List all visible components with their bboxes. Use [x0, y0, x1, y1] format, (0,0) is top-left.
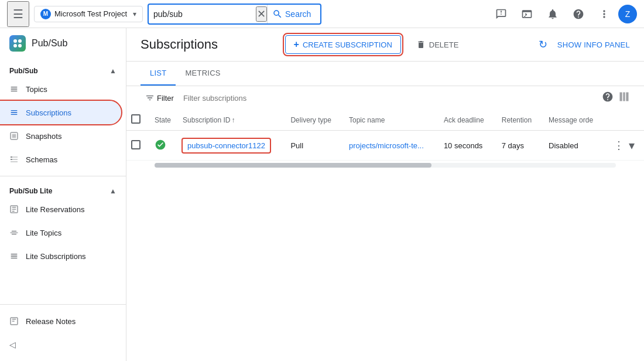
search-input[interactable]	[153, 9, 256, 19]
sidebar-item-release-notes[interactable]: Release Notes	[0, 309, 121, 333]
filter-label: Filter	[157, 94, 174, 103]
header-checkbox[interactable]	[131, 114, 141, 124]
search-button[interactable]: Search	[267, 5, 316, 23]
sidebar-item-subscriptions-label: Subscriptions	[26, 108, 71, 117]
table-container: State Subscription ID ↑ Delivery type To…	[126, 110, 644, 361]
sidebar-item-lite-subscriptions-label: Lite Subscriptions	[26, 252, 86, 261]
sidebar-item-lite-topics[interactable]: Lite Topics	[0, 221, 121, 244]
sidebar-item-lite-reservations[interactable]: Lite Reservations	[0, 197, 121, 221]
filter-icon	[145, 93, 155, 103]
feedback-button[interactable]	[489, 2, 513, 26]
columns-icon[interactable]	[618, 91, 630, 105]
tab-list[interactable]: LIST	[141, 62, 176, 86]
tab-metrics[interactable]: METRICS	[176, 62, 229, 86]
content-header: Subscriptions + CREATE SUBSCRIPTION DELE…	[126, 28, 644, 62]
feedback-icon	[495, 8, 507, 20]
row-ack-deadline-cell: 10 seconds	[437, 131, 495, 161]
project-selector[interactable]: M Microsoft Test Project ▾	[34, 6, 143, 22]
horizontal-scrollbar[interactable]	[155, 163, 616, 168]
row-state-cell	[150, 131, 176, 161]
project-name: Microsoft Test Project	[54, 9, 127, 18]
show-info-panel-button[interactable]: SHOW INFO PANEL	[557, 40, 630, 49]
table-row: pubsub-connector1122 Pull projects/micro…	[126, 131, 644, 161]
col-header-checkbox	[126, 110, 150, 131]
terminal-button[interactable]	[515, 2, 539, 26]
sidebar-divider	[0, 176, 126, 176]
project-dot-icon: M	[43, 11, 48, 17]
sidebar-pubsub-section: Pub/Sub ▲ Topics Subscriptions Snapshots…	[0, 59, 126, 173]
sidebar-collapse-button[interactable]: ◁	[0, 333, 121, 356]
subscription-id-sort[interactable]: Subscription ID ↑	[183, 116, 276, 124]
pubsub-section-label: Pub/Sub	[9, 67, 38, 75]
row-delivery-type-cell: Pull	[283, 131, 342, 161]
sidebar-pubsub-lite-section: Pub/Sub Lite ▲ Lite Reservations Lite To…	[0, 179, 126, 270]
header-actions: + CREATE SUBSCRIPTION DELETE	[285, 35, 467, 54]
collapse-icon: ◁	[9, 340, 16, 349]
col-header-actions	[604, 110, 644, 131]
col-header-delivery-type: Delivery type	[283, 110, 342, 131]
sidebar-item-lite-reservations-label: Lite Reservations	[26, 205, 84, 214]
refresh-button[interactable]: ↻	[534, 35, 553, 54]
sidebar-item-lite-subscriptions[interactable]: Lite Subscriptions	[0, 244, 121, 268]
subscription-id-highlight: pubsub-connector1122	[183, 139, 270, 152]
topic-name-link[interactable]: projects/microsoft-te...	[349, 141, 424, 150]
subscription-id-link[interactable]: pubsub-connector1122	[187, 141, 265, 150]
sidebar-item-schemas-label: Schemas	[26, 155, 57, 164]
search-btn-label: Search	[285, 9, 311, 19]
row-more-button[interactable]: ⋮	[611, 137, 626, 154]
help-button[interactable]	[567, 2, 590, 26]
row-actions-cell: ⋮ ▾	[604, 131, 644, 160]
delete-button[interactable]: DELETE	[408, 36, 467, 53]
more-vert-icon	[598, 8, 610, 20]
lite-topics-icon	[9, 228, 19, 237]
table-help-icon[interactable]	[602, 91, 614, 105]
sidebar-item-snapshots[interactable]: Snapshots	[0, 124, 121, 148]
sidebar-logo-text: Pub/Sub	[32, 38, 67, 49]
sidebar-item-subscriptions[interactable]: Subscriptions	[0, 101, 121, 124]
pubsub-lite-section-label: Pub/Sub Lite	[9, 187, 52, 195]
notifications-icon	[547, 8, 559, 20]
pubsub-lite-section-header[interactable]: Pub/Sub Lite ▲	[0, 181, 126, 197]
topics-icon	[9, 84, 19, 94]
row-topic-name-cell: projects/microsoft-te...	[342, 131, 437, 161]
notifications-button[interactable]	[541, 2, 564, 26]
header-right: ↻ SHOW INFO PANEL	[534, 35, 630, 54]
row-checkbox[interactable]	[131, 140, 141, 149]
more-options-button[interactable]	[592, 2, 616, 26]
create-subscription-button[interactable]: + CREATE SUBSCRIPTION	[285, 35, 401, 54]
search-clear-button[interactable]: ✕	[256, 6, 267, 22]
hamburger-menu-button[interactable]: ☰	[7, 1, 29, 27]
sidebar-bottom: Release Notes ◁	[0, 304, 126, 361]
table-toolbar: Filter	[126, 86, 644, 110]
svg-rect-2	[11, 159, 12, 159]
scrollbar-thumb[interactable]	[155, 163, 431, 168]
pubsub-section-header[interactable]: Pub/Sub ▲	[0, 61, 126, 77]
sidebar-item-lite-topics-label: Lite Topics	[26, 229, 61, 237]
col-header-ack-deadline: Ack deadline	[437, 110, 495, 131]
row-retention-cell: 7 days	[495, 131, 542, 161]
col-header-topic-name: Topic name	[342, 110, 437, 131]
topbar-icons: Z	[489, 2, 637, 26]
delete-icon	[416, 40, 426, 49]
table-header-row: State Subscription ID ↑ Delivery type To…	[126, 110, 644, 131]
search-bar: ✕ Search	[148, 4, 321, 25]
topbar: ☰ M Microsoft Test Project ▾ ✕ Search	[0, 0, 644, 28]
avatar[interactable]: Z	[618, 5, 637, 23]
filter-input[interactable]	[183, 94, 597, 103]
delete-btn-label: DELETE	[429, 40, 459, 49]
app-logo-dots	[13, 39, 22, 47]
sidebar-item-schemas[interactable]: Schemas	[0, 148, 121, 171]
row-expand-button[interactable]: ▾	[629, 138, 635, 152]
filter-button[interactable]: Filter	[141, 91, 179, 105]
row-checkbox-cell	[126, 131, 150, 161]
main-layout: Pub/Sub Pub/Sub ▲ Topics Subscriptions S…	[0, 28, 644, 361]
sidebar-logo[interactable]: Pub/Sub	[0, 28, 126, 59]
lite-reservations-icon	[9, 205, 19, 214]
sidebar-item-topics[interactable]: Topics	[0, 77, 121, 101]
pubsub-lite-chevron-icon: ▲	[109, 187, 117, 195]
sort-asc-icon: ↑	[231, 116, 235, 124]
sidebar-item-snapshots-label: Snapshots	[26, 132, 61, 141]
svg-rect-1	[11, 156, 12, 157]
subscriptions-icon	[9, 108, 19, 117]
tabs: LIST METRICS	[126, 62, 644, 86]
